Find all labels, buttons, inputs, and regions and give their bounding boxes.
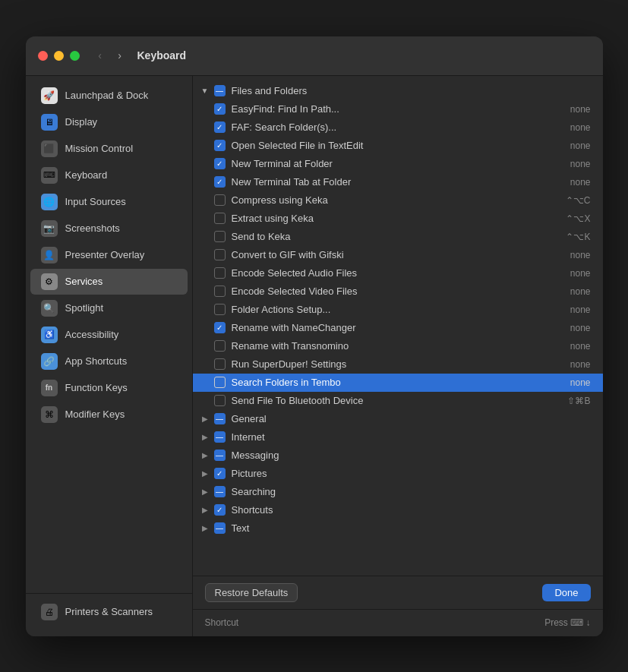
label-compress-keka: Compress using Keka <box>232 194 566 206</box>
forward-button[interactable]: › <box>112 47 128 64</box>
item-send-bluetooth[interactable]: Send File To Bluetooth Device ⇧⌘B <box>193 392 603 410</box>
maximize-button[interactable] <box>70 51 80 61</box>
restore-defaults-button[interactable]: Restore Defaults <box>205 583 298 602</box>
checkbox-search-tembo[interactable] <box>214 377 226 388</box>
shortcut-open-textedit: none <box>570 140 597 151</box>
group-header-files-folders[interactable]: ▼ — Files and Folders <box>193 82 603 100</box>
checkbox-easyfind[interactable]: ✓ <box>214 103 226 115</box>
item-new-terminal-tab[interactable]: ✓ New Terminal Tab at Folder none <box>193 173 603 191</box>
shortcut-new-terminal-tab: none <box>570 177 597 188</box>
checkbox-send-bluetooth[interactable] <box>214 395 226 406</box>
checkbox-folder-actions[interactable] <box>214 304 226 315</box>
sidebar-item-spotlight[interactable]: 🔍 Spotlight <box>30 295 188 321</box>
screenshots-icon: 📷 <box>41 220 58 237</box>
sidebar-item-accessibility[interactable]: ♿ Accessibility <box>30 322 188 348</box>
label-faf: FAF: Search Folder(s)... <box>232 121 570 133</box>
group-label-shortcuts: Shortcuts <box>232 504 597 516</box>
bottom-bar: Restore Defaults Done <box>193 576 603 609</box>
back-button[interactable]: ‹ <box>92 47 109 64</box>
checkbox-shortcuts[interactable]: ✓ <box>214 504 226 516</box>
item-easyfind[interactable]: ✓ EasyFind: Find In Path... none <box>193 100 603 118</box>
checkbox-run-superduper[interactable] <box>214 358 226 370</box>
sidebar-item-function-keys[interactable]: fn Function Keys <box>30 375 188 401</box>
group-header-shortcuts[interactable]: ▶ ✓ Shortcuts <box>193 501 603 519</box>
item-rename-transnomino[interactable]: Rename with Transnomino none <box>193 337 603 355</box>
item-encode-video[interactable]: Encode Selected Video Files none <box>193 282 603 301</box>
mission-control-icon: ⬛ <box>41 140 58 157</box>
checkbox-encode-audio[interactable] <box>214 267 226 279</box>
sidebar-item-launchpad[interactable]: 🚀 Launchpad & Dock <box>30 83 188 109</box>
item-run-superduper[interactable]: Run SuperDuper! Settings none <box>193 355 603 374</box>
sidebar-item-app-shortcuts[interactable]: 🔗 App Shortcuts <box>30 349 188 374</box>
checkbox-open-textedit[interactable]: ✓ <box>214 140 226 151</box>
checkbox-convert-gifski[interactable] <box>214 249 226 260</box>
item-encode-audio[interactable]: Encode Selected Audio Files none <box>193 264 603 282</box>
checkbox-new-terminal[interactable]: ✓ <box>214 158 226 169</box>
sidebar-item-modifier-keys[interactable]: ⌘ Modifier Keys <box>30 402 188 427</box>
group-header-searching[interactable]: ▶ — Searching <box>193 483 603 501</box>
label-encode-video: Encode Selected Video Files <box>232 286 570 297</box>
checkbox-files-folders[interactable]: — <box>214 85 226 96</box>
item-open-textedit[interactable]: ✓ Open Selected File in TextEdit none <box>193 137 603 155</box>
item-rename-namechanger[interactable]: ✓ Rename with NameChanger none <box>193 319 603 337</box>
label-rename-transnomino: Rename with Transnomino <box>232 340 570 352</box>
sidebar-label-keyboard: Keyboard <box>65 169 108 181</box>
item-new-terminal[interactable]: ✓ New Terminal at Folder none <box>193 155 603 173</box>
expand-arrow-internet: ▶ <box>199 431 211 443</box>
checkbox-rename-namechanger[interactable]: ✓ <box>214 322 226 333</box>
checkbox-general[interactable]: — <box>214 413 226 424</box>
checkbox-text[interactable]: — <box>214 522 226 534</box>
checkbox-faf[interactable]: ✓ <box>214 121 226 133</box>
checkbox-extract-keka[interactable] <box>214 213 226 224</box>
done-button[interactable]: Done <box>542 584 590 601</box>
group-header-messaging[interactable]: ▶ — Messaging <box>193 446 603 465</box>
window-title: Keyboard <box>137 49 187 62</box>
display-icon: 🖥 <box>41 114 58 131</box>
group-header-text[interactable]: ▶ — Text <box>193 519 603 538</box>
spotlight-icon: 🔍 <box>41 300 58 317</box>
checkbox-rename-transnomino[interactable] <box>214 340 226 352</box>
label-send-bluetooth: Send File To Bluetooth Device <box>232 395 568 406</box>
sidebar-item-screenshots[interactable]: 📷 Screenshots <box>30 216 188 241</box>
minimize-button[interactable] <box>54 51 64 61</box>
checkbox-compress-keka[interactable] <box>214 194 226 206</box>
group-header-general[interactable]: ▶ — General <box>193 410 603 428</box>
expand-arrow-searching: ▶ <box>199 486 211 498</box>
sidebar-item-keyboard[interactable]: ⌨ Keyboard <box>30 162 188 188</box>
sidebar-label-printers: Printers & Scanners <box>65 606 153 617</box>
sidebar-item-display[interactable]: 🖥 Display <box>30 109 188 135</box>
shortcut-faf: none <box>570 122 597 133</box>
item-convert-gifski[interactable]: Convert to GIF with Gifski none <box>193 246 603 264</box>
sidebar-label-spotlight: Spotlight <box>65 302 104 314</box>
sidebar-item-mission-control[interactable]: ⬛ Mission Control <box>30 136 188 162</box>
checkbox-new-terminal-tab[interactable]: ✓ <box>214 176 226 188</box>
navigation-buttons: ‹ › <box>92 47 128 64</box>
item-search-tembo[interactable]: Search Folders in Tembo none <box>193 374 603 392</box>
checkbox-encode-video[interactable] <box>214 286 226 297</box>
item-faf[interactable]: ✓ FAF: Search Folder(s)... none <box>193 118 603 137</box>
item-compress-keka[interactable]: Compress using Keka ⌃⌥C <box>193 191 603 210</box>
main-panel: ▼ — Files and Folders ✓ EasyFind: Find I… <box>193 76 603 636</box>
checkbox-messaging[interactable]: — <box>214 450 226 461</box>
shortcut-send-keka: ⌃⌥K <box>566 232 596 242</box>
sidebar-wrapper: 🚀 Launchpad & Dock 🖥 Display ⬛ Mission C… <box>26 82 192 630</box>
checkbox-internet[interactable]: — <box>214 431 226 443</box>
label-open-textedit: Open Selected File in TextEdit <box>232 140 570 151</box>
group-header-internet[interactable]: ▶ — Internet <box>193 428 603 446</box>
label-convert-gifski: Convert to GIF with Gifski <box>232 249 570 260</box>
checkbox-send-keka[interactable] <box>214 231 226 242</box>
sidebar-item-input-sources[interactable]: 🌐 Input Sources <box>30 189 188 215</box>
sidebar-item-services[interactable]: ⚙ Services <box>30 269 188 295</box>
item-extract-keka[interactable]: Extract using Keka ⌃⌥X <box>193 210 603 228</box>
modifier-keys-icon: ⌘ <box>41 406 58 423</box>
main-content[interactable]: ▼ — Files and Folders ✓ EasyFind: Find I… <box>193 76 603 576</box>
sidebar-label-screenshots: Screenshots <box>65 222 120 234</box>
checkbox-searching[interactable]: — <box>214 486 226 497</box>
item-folder-actions[interactable]: Folder Actions Setup... none <box>193 301 603 319</box>
item-send-keka[interactable]: Send to Keka ⌃⌥K <box>193 228 603 246</box>
checkbox-pictures[interactable]: ✓ <box>214 468 226 479</box>
sidebar-item-printers[interactable]: 🖨 Printers & Scanners <box>30 599 188 625</box>
group-header-pictures[interactable]: ▶ ✓ Pictures <box>193 465 603 483</box>
close-button[interactable] <box>38 51 48 61</box>
sidebar-item-presenter-overlay[interactable]: 👤 Presenter Overlay <box>30 242 188 268</box>
